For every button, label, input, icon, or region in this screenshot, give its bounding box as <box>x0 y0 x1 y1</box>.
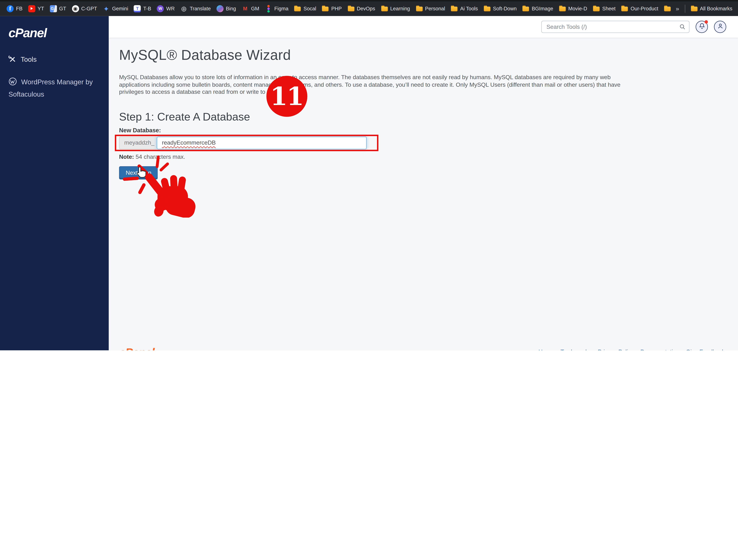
note-label: Note: <box>119 154 134 160</box>
search-input[interactable] <box>541 21 689 33</box>
folder-icon <box>559 5 566 12</box>
bing-icon <box>217 5 224 12</box>
bookmark-item[interactable]: C-GPT <box>71 3 98 14</box>
facebook-icon <box>7 5 14 12</box>
sidebar-item-wordpress-manager[interactable]: WordPress Manager by Softaculous <box>8 76 100 100</box>
user-account-icon <box>717 22 724 31</box>
bookmark-label: Socal <box>304 6 316 11</box>
folder-icon <box>451 5 458 12</box>
bookmark-item[interactable]: Soft-Down <box>483 3 517 14</box>
cpanel-logo[interactable]: cPanel <box>8 26 100 40</box>
main-content: MySQL® Database Wizard MySQL Databases a… <box>109 37 738 351</box>
folder-icon <box>381 5 388 12</box>
bookmarks-divider <box>685 5 685 13</box>
notification-bell-icon <box>698 22 705 31</box>
all-bookmarks-button[interactable]: All Bookmarks <box>690 3 733 14</box>
bookmarks-overflow-chevron-icon[interactable]: » <box>674 5 681 12</box>
footer-cpanel-logo: cPanel <box>119 346 154 351</box>
bookmark-label: Personal <box>425 6 445 11</box>
bookmark-item[interactable]: Our-Product <box>620 3 659 14</box>
footer-link[interactable]: Privacy Policy <box>598 348 634 350</box>
bookmark-label: Movie-D <box>568 6 587 11</box>
page-header <box>109 16 738 37</box>
tools-icon <box>8 55 16 63</box>
page-title: MySQL® Database Wizard <box>119 47 738 64</box>
notifications-button[interactable] <box>696 21 708 33</box>
bookmark-item[interactable]: Bing <box>216 3 237 14</box>
bookmark-item[interactable]: BGImage <box>521 3 554 14</box>
bookmark-item[interactable]: Razinsoft <box>663 3 671 14</box>
bookmark-label: C-GPT <box>81 6 97 11</box>
note-line: Note: 54 characters max. <box>119 154 738 161</box>
user-account-button[interactable] <box>714 21 726 33</box>
folder-icon <box>593 5 600 12</box>
footer-link[interactable]: Trademarks <box>561 348 591 350</box>
bookmark-item[interactable]: DevOps <box>346 3 376 14</box>
bookmark-label: YT <box>37 6 44 11</box>
bookmark-item[interactable]: GM <box>241 3 260 14</box>
bookmark-item[interactable]: PHP <box>321 3 343 14</box>
search-icon <box>679 23 686 32</box>
browser-bookmarks-bar: FB YT GT C-GPT G <box>0 0 738 16</box>
new-database-label: New Database: <box>119 127 738 133</box>
bookmark-item[interactable]: Sheet <box>592 3 617 14</box>
sidebar-item-label: Tools <box>21 55 37 63</box>
bookmark-item[interactable]: Translate <box>179 3 212 14</box>
bookmark-label: BGImage <box>532 6 553 11</box>
sidebar-item-tools[interactable]: Tools <box>8 53 100 65</box>
footer-links: Home Trademarks Privacy Policy Documenta… <box>538 348 725 350</box>
bookmark-label: Soft-Down <box>493 6 517 11</box>
bookmark-item[interactable]: FB <box>6 3 23 14</box>
bookmark-item[interactable]: T-B <box>133 3 152 14</box>
bookmark-label: WR <box>166 6 174 11</box>
folder-icon <box>522 5 529 12</box>
tb-icon <box>134 5 141 12</box>
folder-icon <box>294 5 301 12</box>
screen: FB YT GT C-GPT G <box>0 0 738 350</box>
bookmark-item[interactable]: YT <box>27 3 45 14</box>
bookmark-label: Gemini <box>112 6 128 11</box>
new-database-value: readyEcommerceDB <box>162 139 216 146</box>
gtranslate-icon <box>50 5 57 12</box>
bookmark-item[interactable]: WR <box>156 3 175 14</box>
youtube-icon <box>28 5 35 12</box>
bookmarks-list: FB YT GT C-GPT G <box>6 3 671 14</box>
footer-link[interactable]: Documentation <box>641 348 679 350</box>
footer-link[interactable]: Home <box>538 348 554 350</box>
bookmark-item[interactable]: Figma <box>264 3 289 14</box>
new-database-row: meyaddzh_ readyEcommerceDB <box>119 136 738 149</box>
bookmark-label: GM <box>251 6 259 11</box>
bookmark-item[interactable]: Personal <box>415 3 446 14</box>
footer-link[interactable]: Give Feedback <box>686 348 725 350</box>
notification-badge <box>705 20 708 23</box>
bookmark-item[interactable]: GT <box>49 3 67 14</box>
bookmark-item[interactable]: Socal <box>293 3 317 14</box>
bookmark-label: Figma <box>274 6 289 11</box>
bookmark-item[interactable]: Gemini <box>102 3 129 14</box>
step-heading: Step 1: Create A Database <box>119 110 738 123</box>
next-step-button[interactable]: Next Step <box>119 166 158 179</box>
bookmark-label: Sheet <box>602 6 616 11</box>
wordpress-icon <box>8 77 17 85</box>
new-database-input[interactable]: readyEcommerceDB <box>157 136 367 149</box>
folder-icon <box>621 5 628 12</box>
folder-icon <box>664 5 671 12</box>
bookmarks-right-cluster: » All Bookmarks <box>674 3 733 14</box>
sidebar: cPanel Tools WordPress Manager by Softac… <box>0 16 109 351</box>
bookmark-item[interactable]: Movie-D <box>558 3 588 14</box>
bookmark-label: Learning <box>390 6 410 11</box>
bookmark-label: Ai Tools <box>460 6 478 11</box>
figma-icon <box>265 5 272 12</box>
bookmark-label: FB <box>16 6 22 11</box>
folder-icon <box>322 5 329 12</box>
wr-icon <box>157 5 164 12</box>
bookmark-label: GT <box>59 6 66 11</box>
folder-icon <box>347 5 354 12</box>
bookmark-item[interactable]: Ai Tools <box>450 3 479 14</box>
gemini-icon <box>103 5 110 12</box>
bookmark-item[interactable]: Learning <box>380 3 411 14</box>
folder-icon <box>416 5 423 12</box>
bookmark-label: Translate <box>190 6 211 11</box>
bookmark-label: DevOps <box>357 6 375 11</box>
folder-icon <box>483 5 491 12</box>
